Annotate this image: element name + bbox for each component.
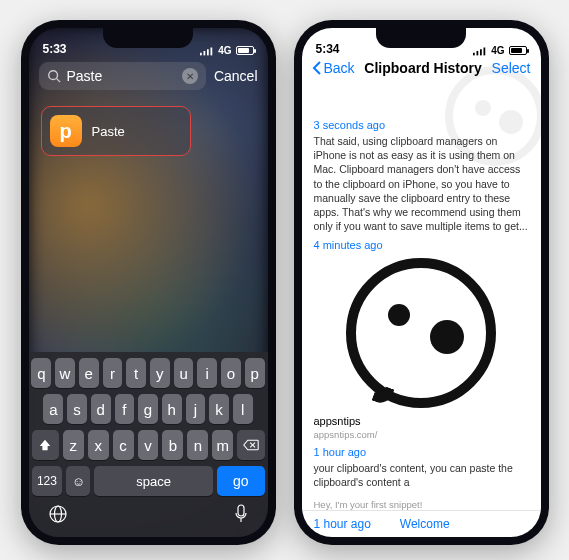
entry-timestamp: 4 minutes ago <box>314 239 529 251</box>
phone-right: 5:34 4G Back Clipboard History Select Se… <box>294 20 549 545</box>
notch <box>103 28 193 48</box>
key-t[interactable]: t <box>126 358 146 388</box>
key-l[interactable]: l <box>233 394 253 424</box>
app-name-label: Paste <box>92 124 125 139</box>
key-w[interactable]: w <box>55 358 75 388</box>
entry-image[interactable] <box>314 254 529 414</box>
key-u[interactable]: u <box>174 358 194 388</box>
key-m[interactable]: m <box>212 430 233 460</box>
key-k[interactable]: k <box>209 394 229 424</box>
key-y[interactable]: y <box>150 358 170 388</box>
key-o[interactable]: o <box>221 358 241 388</box>
signal-icon <box>200 46 214 56</box>
status-time: 5:34 <box>316 42 340 56</box>
face-logo-icon <box>346 258 496 408</box>
key-e[interactable]: e <box>79 358 99 388</box>
key-r[interactable]: r <box>103 358 123 388</box>
entry-timestamp: 1 hour ago <box>314 446 529 458</box>
key-h[interactable]: h <box>162 394 182 424</box>
back-button[interactable]: Back <box>312 60 355 76</box>
entry-site-url: appsntips.com/ <box>314 429 529 440</box>
history-list[interactable]: 3 seconds ago That said, using clipboard… <box>302 113 541 510</box>
bottom-toolbar: 1 hour ago Welcome <box>302 510 541 537</box>
search-value: Paste <box>67 68 176 84</box>
svg-rect-1 <box>204 51 206 55</box>
svg-rect-3 <box>211 47 213 55</box>
footer-welcome[interactable]: Welcome <box>400 517 450 531</box>
svg-rect-11 <box>238 505 244 516</box>
key-c[interactable]: c <box>113 430 134 460</box>
search-input[interactable]: Paste ✕ <box>39 62 206 90</box>
nav-bar: Back Clipboard History Select <box>302 58 541 82</box>
emoji-icon: ☺ <box>72 474 85 489</box>
select-button[interactable]: Select <box>492 60 531 76</box>
key-p[interactable]: p <box>245 358 265 388</box>
key-q[interactable]: q <box>31 358 51 388</box>
svg-rect-16 <box>484 47 486 55</box>
entry-text[interactable]: your clipboard's content, you can paste … <box>314 461 529 489</box>
key-go[interactable]: go <box>217 466 265 496</box>
svg-rect-15 <box>480 49 482 55</box>
signal-icon <box>473 46 487 56</box>
key-b[interactable]: b <box>162 430 183 460</box>
key-g[interactable]: g <box>138 394 158 424</box>
shift-icon <box>38 438 52 452</box>
key-i[interactable]: i <box>197 358 217 388</box>
key-space[interactable]: space <box>94 466 213 496</box>
svg-rect-14 <box>477 51 479 55</box>
svg-line-5 <box>56 79 60 83</box>
entry-hint: Hey, I'm your first snippet! <box>314 499 529 510</box>
key-z[interactable]: z <box>63 430 84 460</box>
key-n[interactable]: n <box>187 430 208 460</box>
battery-icon <box>236 46 254 55</box>
key-d[interactable]: d <box>91 394 111 424</box>
key-a[interactable]: a <box>43 394 63 424</box>
keyboard: q w e r t y u i o p a s d f g h j k l <box>29 352 268 537</box>
entry-timestamp: 3 seconds ago <box>314 119 529 131</box>
globe-icon[interactable] <box>48 504 68 529</box>
key-backspace[interactable] <box>237 430 264 460</box>
network-label: 4G <box>218 45 231 56</box>
status-time: 5:33 <box>43 42 67 56</box>
cancel-button[interactable]: Cancel <box>214 68 258 84</box>
key-f[interactable]: f <box>115 394 135 424</box>
entry-site-name: appsntips <box>314 414 529 429</box>
clear-search-button[interactable]: ✕ <box>182 68 198 84</box>
entry-text[interactable]: That said, using clipboard managers on i… <box>314 134 529 233</box>
paste-app-icon: p <box>50 115 82 147</box>
search-icon <box>47 69 61 83</box>
key-x[interactable]: x <box>88 430 109 460</box>
battery-icon <box>509 46 527 55</box>
footer-timestamp: 1 hour ago <box>314 517 371 531</box>
key-shift[interactable] <box>32 430 59 460</box>
backspace-icon <box>243 439 259 451</box>
search-result-app[interactable]: p Paste <box>41 106 191 156</box>
key-j[interactable]: j <box>186 394 206 424</box>
svg-rect-13 <box>473 52 475 55</box>
svg-rect-2 <box>207 49 209 55</box>
page-title: Clipboard History <box>364 60 481 76</box>
notch <box>376 28 466 48</box>
key-s[interactable]: s <box>67 394 87 424</box>
phone-left: 5:33 4G Paste ✕ Cancel p Paste q w e <box>21 20 276 545</box>
chevron-left-icon <box>312 61 322 75</box>
network-label: 4G <box>491 45 504 56</box>
svg-rect-0 <box>200 52 202 55</box>
key-numbers[interactable]: 123 <box>32 466 63 496</box>
svg-point-4 <box>48 71 57 80</box>
mic-icon[interactable] <box>233 504 249 529</box>
key-emoji[interactable]: ☺ <box>66 466 90 496</box>
key-v[interactable]: v <box>138 430 159 460</box>
